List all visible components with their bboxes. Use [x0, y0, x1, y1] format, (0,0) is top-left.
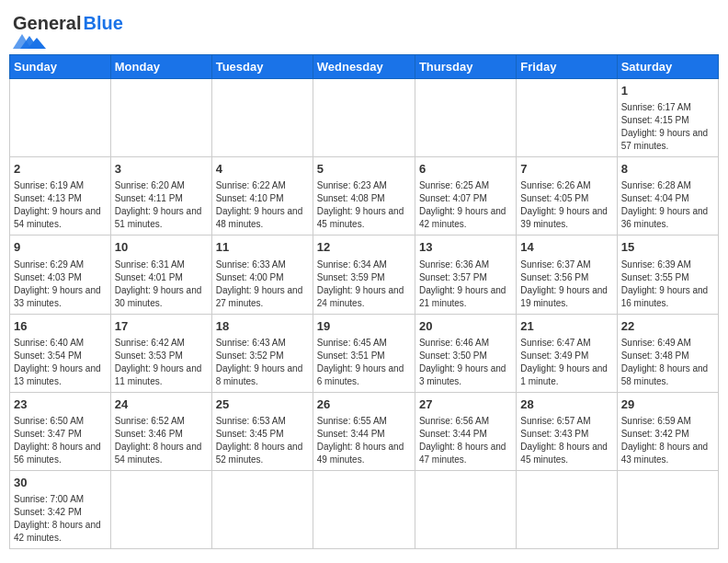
calendar-cell: 21Sunrise: 6:47 AM Sunset: 3:49 PM Dayli…	[517, 314, 617, 392]
calendar-week-row: 30Sunrise: 7:00 AM Sunset: 3:42 PM Dayli…	[10, 470, 719, 548]
day-info: Sunrise: 6:17 AM Sunset: 4:15 PM Dayligh…	[621, 101, 714, 153]
calendar-cell: 12Sunrise: 6:34 AM Sunset: 3:59 PM Dayli…	[313, 236, 415, 314]
day-number: 17	[115, 318, 208, 335]
calendar-cell: 28Sunrise: 6:57 AM Sunset: 3:43 PM Dayli…	[517, 392, 617, 470]
calendar-cell: 11Sunrise: 6:33 AM Sunset: 4:00 PM Dayli…	[211, 236, 313, 314]
day-number: 7	[520, 161, 612, 178]
calendar-cell: 30Sunrise: 7:00 AM Sunset: 3:42 PM Dayli…	[10, 470, 111, 548]
day-number: 29	[621, 396, 714, 413]
day-number: 6	[419, 161, 512, 178]
day-info: Sunrise: 6:53 AM Sunset: 3:45 PM Dayligh…	[216, 415, 309, 466]
day-info: Sunrise: 6:28 AM Sunset: 4:04 PM Dayligh…	[621, 179, 714, 231]
calendar-cell: 1Sunrise: 6:17 AM Sunset: 4:15 PM Daylig…	[617, 79, 718, 157]
day-number: 18	[216, 318, 309, 335]
day-number: 15	[621, 239, 714, 256]
calendar-cell	[313, 79, 415, 157]
calendar-cell: 17Sunrise: 6:42 AM Sunset: 3:53 PM Dayli…	[110, 314, 211, 392]
calendar-header-friday: Friday	[517, 55, 617, 79]
calendar-cell	[415, 470, 516, 548]
calendar-cell: 10Sunrise: 6:31 AM Sunset: 4:01 PM Dayli…	[110, 236, 211, 314]
day-info: Sunrise: 6:46 AM Sunset: 3:50 PM Dayligh…	[419, 337, 512, 388]
day-number: 1	[621, 83, 714, 99]
day-number: 11	[216, 239, 309, 256]
day-number: 21	[520, 318, 612, 335]
day-info: Sunrise: 6:33 AM Sunset: 4:00 PM Dayligh…	[216, 259, 309, 310]
day-number: 9	[14, 239, 107, 256]
calendar-header-saturday: Saturday	[617, 55, 718, 79]
day-info: Sunrise: 6:45 AM Sunset: 3:51 PM Dayligh…	[317, 337, 411, 388]
calendar-header-thursday: Thursday	[415, 55, 516, 79]
calendar-table: SundayMondayTuesdayWednesdayThursdayFrid…	[9, 54, 719, 549]
day-info: Sunrise: 6:20 AM Sunset: 4:11 PM Dayligh…	[115, 179, 208, 231]
calendar-cell: 9Sunrise: 6:29 AM Sunset: 4:03 PM Daylig…	[10, 236, 111, 314]
logo-icon	[13, 34, 53, 49]
calendar-cell	[415, 79, 516, 157]
day-number: 16	[14, 318, 107, 335]
calendar-cell	[110, 79, 211, 157]
day-info: Sunrise: 6:25 AM Sunset: 4:07 PM Dayligh…	[419, 179, 512, 231]
calendar-week-row: 23Sunrise: 6:50 AM Sunset: 3:47 PM Dayli…	[10, 392, 719, 470]
calendar-cell	[517, 470, 617, 548]
day-info: Sunrise: 6:43 AM Sunset: 3:52 PM Dayligh…	[216, 337, 309, 388]
day-info: Sunrise: 6:26 AM Sunset: 4:05 PM Dayligh…	[520, 179, 612, 231]
logo: General Blue	[13, 9, 123, 49]
calendar-cell	[211, 470, 313, 548]
calendar-cell: 16Sunrise: 6:40 AM Sunset: 3:54 PM Dayli…	[10, 314, 111, 392]
day-info: Sunrise: 6:19 AM Sunset: 4:13 PM Dayligh…	[14, 179, 107, 231]
calendar-cell: 20Sunrise: 6:46 AM Sunset: 3:50 PM Dayli…	[415, 314, 516, 392]
calendar-cell: 3Sunrise: 6:20 AM Sunset: 4:11 PM Daylig…	[110, 157, 211, 236]
calendar-cell	[313, 470, 415, 548]
day-info: Sunrise: 6:52 AM Sunset: 3:46 PM Dayligh…	[115, 415, 208, 466]
day-number: 13	[419, 239, 512, 256]
calendar-cell: 18Sunrise: 6:43 AM Sunset: 3:52 PM Dayli…	[211, 314, 313, 392]
calendar-cell: 5Sunrise: 6:23 AM Sunset: 4:08 PM Daylig…	[313, 157, 415, 236]
day-number: 4	[216, 161, 309, 178]
calendar-cell: 29Sunrise: 6:59 AM Sunset: 3:42 PM Dayli…	[617, 392, 718, 470]
header: General Blue	[9, 9, 719, 49]
calendar-cell	[110, 470, 211, 548]
day-number: 14	[520, 239, 612, 256]
day-number: 19	[317, 318, 411, 335]
calendar-week-row: 16Sunrise: 6:40 AM Sunset: 3:54 PM Dayli…	[10, 314, 719, 392]
calendar-header-sunday: Sunday	[10, 55, 111, 79]
calendar-cell: 24Sunrise: 6:52 AM Sunset: 3:46 PM Dayli…	[110, 392, 211, 470]
calendar-cell: 13Sunrise: 6:36 AM Sunset: 3:57 PM Dayli…	[415, 236, 516, 314]
day-info: Sunrise: 6:55 AM Sunset: 3:44 PM Dayligh…	[317, 415, 411, 466]
day-number: 24	[115, 396, 208, 413]
calendar-cell: 4Sunrise: 6:22 AM Sunset: 4:10 PM Daylig…	[211, 157, 313, 236]
logo-general-text: General	[13, 13, 81, 34]
calendar-cell: 27Sunrise: 6:56 AM Sunset: 3:44 PM Dayli…	[415, 392, 516, 470]
day-number: 2	[14, 161, 107, 178]
day-info: Sunrise: 6:49 AM Sunset: 3:48 PM Dayligh…	[621, 337, 714, 388]
day-number: 23	[14, 396, 107, 413]
day-info: Sunrise: 6:36 AM Sunset: 3:57 PM Dayligh…	[419, 259, 512, 310]
calendar-cell: 25Sunrise: 6:53 AM Sunset: 3:45 PM Dayli…	[211, 392, 313, 470]
calendar-cell: 23Sunrise: 6:50 AM Sunset: 3:47 PM Dayli…	[10, 392, 111, 470]
day-number: 10	[115, 239, 208, 256]
calendar-header-wednesday: Wednesday	[313, 55, 415, 79]
day-info: Sunrise: 6:57 AM Sunset: 3:43 PM Dayligh…	[520, 415, 612, 466]
calendar-cell	[211, 79, 313, 157]
day-info: Sunrise: 6:42 AM Sunset: 3:53 PM Dayligh…	[115, 337, 208, 388]
day-info: Sunrise: 6:40 AM Sunset: 3:54 PM Dayligh…	[14, 337, 107, 388]
day-info: Sunrise: 6:22 AM Sunset: 4:10 PM Dayligh…	[216, 179, 309, 231]
day-number: 28	[520, 396, 612, 413]
day-number: 27	[419, 396, 512, 413]
day-number: 30	[14, 475, 107, 491]
day-number: 5	[317, 161, 411, 178]
calendar-header-row: SundayMondayTuesdayWednesdayThursdayFrid…	[10, 55, 719, 79]
day-number: 26	[317, 396, 411, 413]
calendar-cell	[617, 470, 718, 548]
calendar-cell	[10, 79, 111, 157]
day-number: 8	[621, 161, 714, 178]
calendar-cell: 14Sunrise: 6:37 AM Sunset: 3:56 PM Dayli…	[517, 236, 617, 314]
calendar-cell: 7Sunrise: 6:26 AM Sunset: 4:05 PM Daylig…	[517, 157, 617, 236]
day-info: Sunrise: 6:23 AM Sunset: 4:08 PM Dayligh…	[317, 179, 411, 231]
day-info: Sunrise: 6:39 AM Sunset: 3:55 PM Dayligh…	[621, 259, 714, 310]
day-number: 25	[216, 396, 309, 413]
day-info: Sunrise: 6:56 AM Sunset: 3:44 PM Dayligh…	[419, 415, 512, 466]
day-info: Sunrise: 6:29 AM Sunset: 4:03 PM Dayligh…	[14, 259, 107, 310]
calendar-cell: 19Sunrise: 6:45 AM Sunset: 3:51 PM Dayli…	[313, 314, 415, 392]
day-info: Sunrise: 6:59 AM Sunset: 3:42 PM Dayligh…	[621, 415, 714, 466]
calendar-week-row: 1Sunrise: 6:17 AM Sunset: 4:15 PM Daylig…	[10, 79, 719, 157]
